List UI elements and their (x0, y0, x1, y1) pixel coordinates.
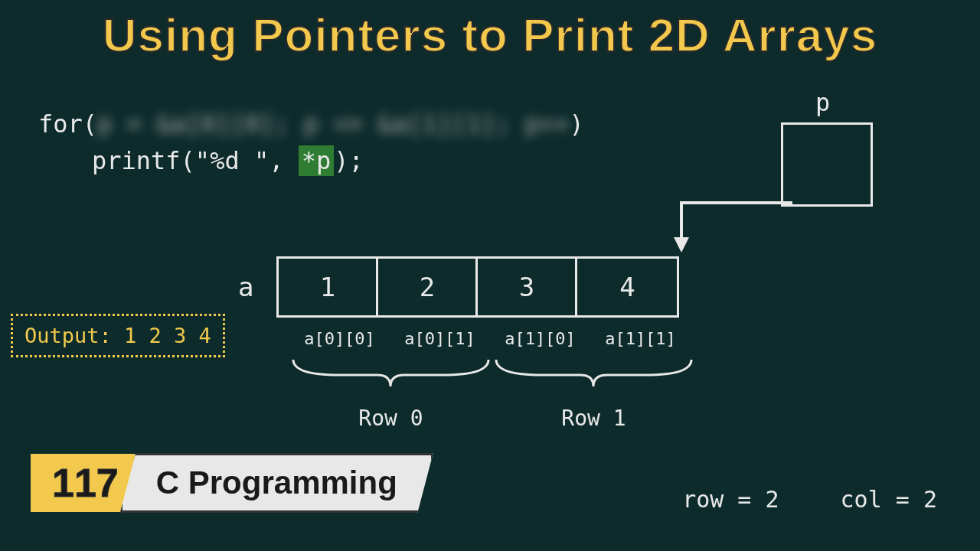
row-label: Row 1 (492, 406, 695, 431)
for-keyword: for( (38, 109, 97, 139)
array-indices: a[0][0] a[0][1] a[1][0] a[1][1] (289, 329, 691, 348)
output-label: Output: (24, 324, 112, 347)
code-snippet: for(p = &a[0][0]; p <= &a[1][1]; p++) pr… (38, 106, 584, 179)
array-cell: 2 (378, 259, 478, 315)
pointer-variable-label: p (815, 88, 830, 117)
array-name: a (238, 272, 253, 302)
code-line-2: printf("%d ", *p); (38, 142, 584, 179)
close-paren: ) (570, 109, 584, 139)
dimension-info: row = 2 col = 2 (682, 486, 937, 513)
row-label: Row 0 (289, 406, 492, 431)
series-title-badge: C Programming (120, 453, 433, 513)
printf-close: ); (334, 146, 364, 175)
row-count: row = 2 (682, 486, 779, 513)
index-label: a[1][0] (490, 329, 590, 348)
index-label: a[1][1] (590, 329, 691, 348)
printf-call: printf("%d ", (92, 146, 299, 175)
slide-title: Using Pointers to Print 2D Arrays (0, 0, 980, 62)
footer-banner: 117 C Programming (31, 453, 433, 513)
pointer-arrow (666, 191, 804, 260)
blurred-code: p = &a[0][0]; p <= &a[1][1]; p++ (97, 109, 570, 139)
dereference-highlight: *p (299, 145, 335, 176)
row-braces (289, 356, 695, 394)
index-label: a[0][1] (390, 329, 490, 348)
array-cell: 3 (478, 259, 577, 315)
array-visualization: a 1 2 3 4 (238, 256, 679, 318)
array-cell: 1 (279, 259, 378, 315)
code-line-1: for(p = &a[0][0]; p <= &a[1][1]; p++) (38, 106, 584, 142)
output-display: Output: 1 2 3 4 (11, 314, 225, 357)
row-group-labels: Row 0 Row 1 (289, 406, 695, 431)
index-label: a[0][0] (289, 329, 390, 348)
array-cell: 4 (577, 259, 677, 315)
lesson-number-badge: 117 (31, 454, 136, 512)
col-count: col = 2 (841, 486, 937, 513)
output-values: 1 2 3 4 (124, 324, 211, 347)
array-cells: 1 2 3 4 (276, 256, 679, 318)
